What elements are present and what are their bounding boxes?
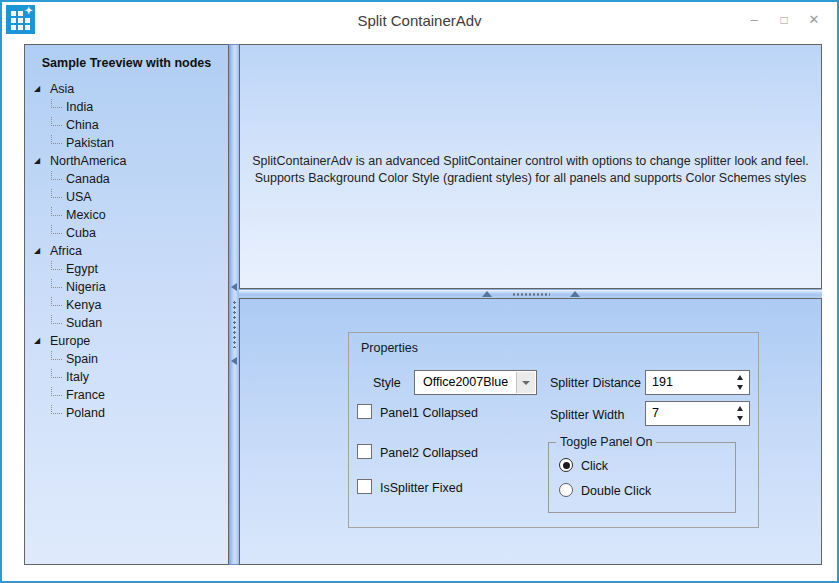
tree-node-label: Spain — [66, 352, 98, 366]
tree-node-spain[interactable]: Spain — [25, 350, 228, 368]
tree-node-pakistan[interactable]: Pakistan — [25, 134, 228, 152]
tree-node-label: USA — [66, 190, 92, 204]
tree-node-label: Kenya — [66, 298, 101, 312]
expand-collapse-icon[interactable] — [34, 246, 45, 256]
tree-connector — [51, 225, 62, 234]
splitter-width-down-button[interactable] — [731, 414, 748, 425]
click-radio-label[interactable]: Click — [581, 459, 608, 473]
tree-connector — [51, 135, 62, 144]
tree-connector — [51, 99, 62, 108]
down-arrow-icon — [737, 416, 743, 421]
collapse-left-arrow-icon[interactable] — [231, 283, 237, 291]
tree-node-egypt[interactable]: Egypt — [25, 260, 228, 278]
tree-connector — [51, 189, 62, 198]
collapse-up-arrow-icon[interactable] — [482, 291, 492, 297]
up-arrow-icon — [737, 406, 743, 411]
minimize-button[interactable]: – — [743, 10, 765, 30]
click-radio[interactable] — [559, 458, 573, 472]
panel1-description-panel: SplitContainerAdv is an advanced SplitCo… — [239, 44, 822, 289]
tree-node-label: Canada — [66, 172, 110, 186]
tree-connector — [51, 279, 62, 288]
tree-node-label: France — [66, 388, 105, 402]
tree-node-label: Italy — [66, 370, 89, 384]
splitter-width-up-button[interactable] — [731, 403, 748, 414]
tree-node-india[interactable]: India — [25, 98, 228, 116]
tree-node-label: Egypt — [66, 262, 98, 276]
horizontal-splitter-grip[interactable] — [239, 290, 822, 298]
tree-node-label: Cuba — [66, 226, 96, 240]
tree-connector — [51, 351, 62, 360]
tree-node-poland[interactable]: Poland — [25, 404, 228, 422]
collapse-left-arrow-icon[interactable] — [231, 357, 237, 365]
treeview-header: Sample Treeview with nodes — [25, 45, 228, 80]
style-dropdown-button[interactable] — [516, 372, 535, 393]
expand-collapse-icon[interactable] — [34, 156, 45, 166]
description-text: SplitContainerAdv is an advanced SplitCo… — [243, 153, 819, 187]
panel2-properties-panel: Properties Style Office2007Blue Splitter… — [239, 298, 822, 565]
spinner — [731, 372, 748, 393]
chevron-down-icon — [522, 381, 530, 385]
horizontal-splitter[interactable] — [239, 289, 822, 298]
tree-node-northamerica[interactable]: NorthAmerica — [25, 152, 228, 170]
tree-node-asia[interactable]: Asia — [25, 80, 228, 98]
tree-node-cuba[interactable]: Cuba — [25, 224, 228, 242]
style-combobox[interactable]: Office2007Blue — [414, 370, 537, 395]
tree-node-label: China — [66, 118, 99, 132]
vertical-splitter[interactable] — [229, 44, 239, 565]
double-click-radio-label[interactable]: Double Click — [581, 484, 651, 498]
properties-title: Properties — [361, 341, 418, 355]
splitter-width-input[interactable]: 7 — [645, 401, 750, 426]
tree-node-china[interactable]: China — [25, 116, 228, 134]
splitter-width-label: Splitter Width — [550, 408, 624, 422]
expand-collapse-icon[interactable] — [34, 84, 45, 94]
tree-node-italy[interactable]: Italy — [25, 368, 228, 386]
maximize-button[interactable]: □ — [773, 10, 795, 30]
down-arrow-icon — [737, 385, 743, 390]
tree-node-usa[interactable]: USA — [25, 188, 228, 206]
collapse-up-arrow-icon[interactable] — [570, 291, 580, 297]
panel1-collapsed-label[interactable]: Panel1 Collapsed — [380, 406, 478, 420]
close-button[interactable]: ✕ — [803, 10, 825, 30]
tree-node-france[interactable]: France — [25, 386, 228, 404]
title-bar: ✦ Split ContainerAdv – □ ✕ — [2, 2, 837, 42]
tree-node-mexico[interactable]: Mexico — [25, 206, 228, 224]
tree-connector — [51, 261, 62, 270]
splitter-distance-down-button[interactable] — [731, 383, 748, 394]
tree-node-label: Pakistan — [66, 136, 114, 150]
tree-connector — [51, 315, 62, 324]
expand-collapse-icon[interactable] — [34, 336, 45, 346]
tree-connector — [51, 369, 62, 378]
tree-connector — [51, 171, 62, 180]
splitter-distance-input[interactable]: 191 — [645, 370, 750, 395]
tree-node-canada[interactable]: Canada — [25, 170, 228, 188]
tree-node-europe[interactable]: Europe — [25, 332, 228, 350]
spinner — [731, 403, 748, 424]
panel2-collapsed-checkbox[interactable] — [357, 444, 372, 459]
splitter-distance-value: 191 — [652, 371, 673, 394]
double-click-radio[interactable] — [559, 483, 573, 497]
issplitter-fixed-checkbox[interactable] — [357, 479, 372, 494]
tree-node-nigeria[interactable]: Nigeria — [25, 278, 228, 296]
window-title: Split ContainerAdv — [2, 2, 837, 40]
tree-node-label: NorthAmerica — [50, 154, 126, 168]
splitter-distance-up-button[interactable] — [731, 372, 748, 383]
toggle-panel-on-title: Toggle Panel On — [556, 435, 656, 449]
tree-node-sudan[interactable]: Sudan — [25, 314, 228, 332]
window-controls: – □ ✕ — [743, 10, 825, 30]
tree-connector — [51, 405, 62, 414]
splitter-width-value: 7 — [652, 402, 659, 425]
tree-node-africa[interactable]: Africa — [25, 242, 228, 260]
tree-node-label: Nigeria — [66, 280, 106, 294]
panel2-collapsed-label[interactable]: Panel2 Collapsed — [380, 446, 478, 460]
tree-node-label: Asia — [50, 82, 74, 96]
issplitter-fixed-label[interactable]: IsSplitter Fixed — [380, 481, 463, 495]
tree-node-kenya[interactable]: Kenya — [25, 296, 228, 314]
treeview-panel: Sample Treeview with nodes Asia India Ch… — [24, 44, 229, 565]
splitter-grip-dots — [512, 293, 550, 296]
style-combobox-value: Office2007Blue — [423, 371, 508, 394]
vertical-splitter-grip[interactable] — [229, 283, 239, 365]
tree-node-label: Europe — [50, 334, 90, 348]
tree-connector — [51, 387, 62, 396]
tree-connector — [51, 117, 62, 126]
panel1-collapsed-checkbox[interactable] — [357, 404, 372, 419]
